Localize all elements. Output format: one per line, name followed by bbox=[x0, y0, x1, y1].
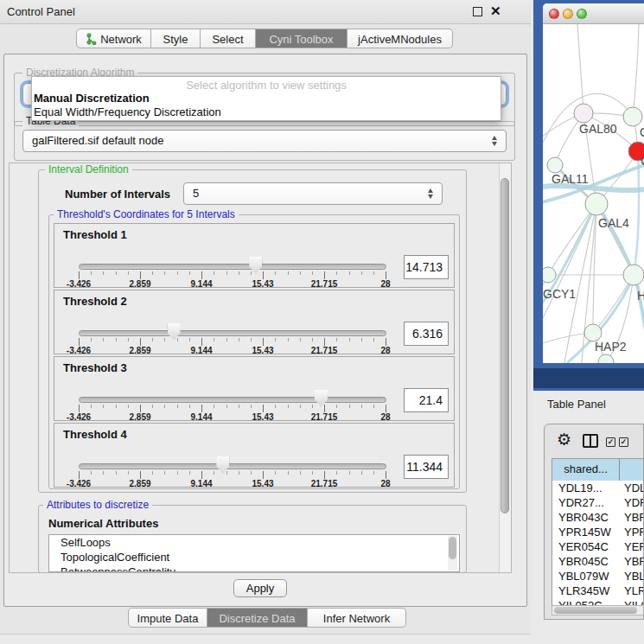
number-of-intervals-combobox[interactable]: 5 bbox=[183, 182, 443, 205]
table-row[interactable]: YBL079WYBL0 bbox=[552, 569, 644, 583]
cell-shared-name[interactable]: YDR27... bbox=[558, 495, 615, 510]
node-attribute-table[interactable]: shared... name YDL19...YDL1YDR27...YDR2Y… bbox=[552, 458, 644, 605]
cell-shared-name[interactable]: YIL052C bbox=[558, 598, 615, 605]
network-window-titlebar bbox=[543, 3, 644, 24]
threshold-panel: Threshold 2-3.4262.8599.14415.4321.71528… bbox=[54, 290, 455, 354]
column-header-name[interactable]: name bbox=[620, 459, 644, 481]
slider-major-ticks bbox=[79, 271, 387, 279]
apply-button[interactable]: Apply bbox=[233, 579, 287, 597]
cell-name[interactable]: YER0 bbox=[624, 539, 644, 554]
threshold-slider-track[interactable] bbox=[79, 397, 386, 403]
tab-impute-data[interactable]: Impute Data bbox=[128, 608, 207, 628]
threshold-value-field[interactable]: 21.4 bbox=[404, 388, 449, 412]
cell-name[interactable]: YLR3 bbox=[624, 583, 644, 598]
cell-shared-name[interactable]: YBR045C bbox=[558, 554, 615, 569]
tick-label: 9.144 bbox=[190, 346, 212, 355]
minimize-traffic-light[interactable] bbox=[563, 9, 573, 19]
network-node[interactable] bbox=[623, 107, 642, 126]
attribute-list-item[interactable]: TopologicalCoefficient bbox=[49, 550, 459, 564]
threshold-slider-track[interactable] bbox=[79, 264, 386, 270]
tick-label: -3.426 bbox=[67, 279, 91, 289]
threshold-value-field[interactable]: 6.316 bbox=[404, 322, 449, 346]
network-node[interactable] bbox=[584, 324, 602, 341]
checkbox-icon[interactable]: ✓ bbox=[619, 437, 628, 447]
network-node[interactable] bbox=[543, 267, 556, 283]
tab-select[interactable]: Select bbox=[201, 29, 256, 48]
table-row[interactable]: YBR045CYBR0 bbox=[552, 554, 644, 569]
table-row[interactable]: YIL052CYIL0 bbox=[552, 598, 644, 605]
numerical-attributes-list[interactable]: SelfLoopsTopologicalCoefficientBetweenne… bbox=[48, 534, 460, 572]
tab-infer-network[interactable]: Infer Network bbox=[308, 608, 406, 628]
network-node[interactable] bbox=[623, 265, 644, 285]
cell-shared-name[interactable]: YDL19... bbox=[558, 481, 615, 495]
close-icon[interactable]: ✕ bbox=[490, 3, 501, 19]
network-edge[interactable] bbox=[577, 24, 583, 113]
threshold-slider-track[interactable] bbox=[79, 463, 386, 469]
tab-label: Style bbox=[163, 33, 188, 46]
zoom-traffic-light[interactable] bbox=[577, 9, 587, 19]
table-row[interactable]: YBR043CYBR0 bbox=[552, 510, 644, 525]
table-data-combobox[interactable]: galFiltered.sif default node bbox=[22, 130, 507, 152]
dropdown-hint-item[interactable]: Select algorithm to view settings bbox=[32, 79, 501, 92]
threshold-label: Threshold 3 bbox=[63, 361, 127, 374]
split-columns-icon[interactable] bbox=[583, 434, 598, 448]
cell-name[interactable]: YIL0 bbox=[624, 598, 644, 605]
attributes-scrollbar-thumb[interactable] bbox=[449, 537, 456, 559]
table-row[interactable]: YDR27...YDR2 bbox=[552, 495, 644, 510]
cell-name[interactable]: YBL0 bbox=[624, 569, 644, 583]
tab-cyni-toolbox[interactable]: Cyni Toolbox bbox=[256, 29, 348, 48]
table-hscrollbar-thumb[interactable] bbox=[554, 607, 637, 614]
slider-tick-labels: -3.4262.8599.14415.4321.71528 bbox=[54, 279, 454, 289]
vertical-scrollbar-thumb[interactable] bbox=[501, 178, 509, 513]
tab-network[interactable]: Network bbox=[76, 29, 151, 48]
network-edge[interactable] bbox=[596, 204, 634, 275]
network-edge[interactable] bbox=[633, 24, 639, 117]
threshold-label: Threshold 2 bbox=[63, 295, 127, 308]
network-node[interactable] bbox=[574, 104, 593, 123]
network-node[interactable] bbox=[598, 354, 614, 363]
dropdown-option-equal-width[interactable]: Equal Width/Frequency Discretization bbox=[34, 105, 221, 118]
dropdown-option-manual[interactable]: Manual Discretization bbox=[34, 92, 150, 105]
cell-shared-name[interactable]: YER054C bbox=[558, 539, 615, 554]
tick-label: 15.43 bbox=[252, 479, 273, 488]
attribute-list-item[interactable]: BetweennessCentrality bbox=[49, 564, 459, 572]
table-row[interactable]: YER054CYER0 bbox=[552, 539, 644, 554]
cell-shared-name[interactable]: YBL079W bbox=[558, 569, 615, 583]
attributes-scrollbar-track[interactable] bbox=[448, 536, 457, 571]
network-node[interactable] bbox=[585, 193, 608, 215]
cell-name[interactable]: YDL1 bbox=[624, 481, 644, 495]
table-hscrollbar-track[interactable] bbox=[552, 605, 644, 615]
cell-shared-name[interactable]: YPR145W bbox=[558, 525, 615, 539]
threshold-value-field[interactable]: 14.713 bbox=[404, 255, 449, 279]
float-window-icon[interactable] bbox=[473, 7, 482, 16]
tick-label: -3.426 bbox=[67, 346, 91, 355]
table-row[interactable]: YPR145WYPR1 bbox=[552, 525, 644, 539]
close-traffic-light[interactable] bbox=[549, 9, 559, 19]
cell-name[interactable]: YDR2 bbox=[624, 495, 644, 510]
table-panel-title: Table Panel bbox=[547, 398, 606, 411]
threshold-label: Threshold 1 bbox=[63, 228, 127, 241]
tab-discretize-data[interactable]: Discretize Data bbox=[207, 608, 308, 628]
table-row[interactable]: YLR345WYLR3 bbox=[552, 583, 644, 598]
cell-name[interactable]: YPR1 bbox=[624, 525, 644, 539]
cell-shared-name[interactable]: YBR043C bbox=[558, 510, 615, 525]
cell-name[interactable]: YBR0 bbox=[624, 510, 644, 525]
column-header-shared-name[interactable]: shared... bbox=[552, 459, 620, 481]
attribute-list-item[interactable]: SelfLoops bbox=[49, 535, 459, 550]
cell-name[interactable]: YBR0 bbox=[624, 554, 644, 569]
node-label: C bbox=[641, 154, 644, 168]
cell-shared-name[interactable]: YLR345W bbox=[558, 583, 615, 598]
threshold-value-field[interactable]: 11.344 bbox=[404, 455, 449, 479]
tab-label: Infer Network bbox=[323, 612, 390, 625]
tick-label: 9.144 bbox=[190, 479, 212, 488]
tick-label: 28 bbox=[380, 479, 390, 488]
checkbox-icon[interactable]: ✓ bbox=[606, 437, 615, 447]
network-node[interactable] bbox=[547, 157, 563, 173]
slider-tick-labels: -3.4262.8599.14415.4321.71528 bbox=[54, 346, 454, 355]
threshold-slider-track[interactable] bbox=[79, 330, 386, 336]
tab-style[interactable]: Style bbox=[151, 29, 201, 48]
table-row[interactable]: YDL19...YDL1 bbox=[552, 481, 644, 495]
gear-icon[interactable]: ⚙ bbox=[557, 430, 571, 450]
network-canvas[interactable]: GAL80GACGAL11GAL4GCY1HHAP2 bbox=[543, 24, 644, 363]
tab-jactivemnodules[interactable]: jActiveMNodules bbox=[348, 29, 453, 48]
